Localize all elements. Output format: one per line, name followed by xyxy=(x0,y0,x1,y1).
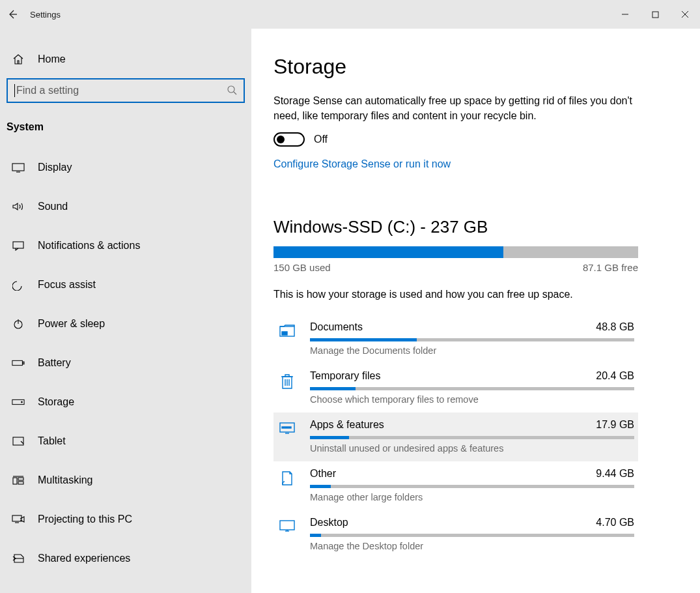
svg-rect-0 xyxy=(652,12,658,18)
sidebar-item-label: Sound xyxy=(38,201,68,212)
category-item[interactable]: Temporary files20.4 GBChoose which tempo… xyxy=(273,364,638,412)
sidebar-section-header: System xyxy=(0,109,251,141)
back-icon[interactable] xyxy=(7,8,18,20)
category-name: Desktop xyxy=(310,517,348,528)
window-controls xyxy=(610,0,700,29)
display-icon xyxy=(12,162,25,173)
drive-usage-bar xyxy=(273,246,638,258)
sidebar-item-power-sleep[interactable]: Power & sleep xyxy=(0,309,251,339)
svg-rect-2 xyxy=(12,164,24,171)
notifications-icon xyxy=(12,240,25,251)
tablet-icon xyxy=(12,436,25,446)
sidebar-item-notifications[interactable]: Notifications & actions xyxy=(0,231,251,261)
titlebar: Settings xyxy=(0,0,700,29)
sidebar-item-display[interactable]: Display xyxy=(0,152,251,182)
category-item[interactable]: Apps & features17.9 GBUninstall unused o… xyxy=(273,412,638,461)
svg-rect-5 xyxy=(12,360,22,365)
sidebar: Home System Display xyxy=(0,29,251,593)
category-bar-fill xyxy=(310,534,321,537)
sidebar-item-battery[interactable]: Battery xyxy=(0,348,251,378)
sidebar-item-storage[interactable]: Storage xyxy=(0,387,251,417)
category-bar-fill xyxy=(310,436,349,439)
multitasking-icon xyxy=(12,475,25,485)
category-bar xyxy=(310,387,634,390)
drive-used-label: 150 GB used xyxy=(273,262,331,273)
sidebar-home-label: Home xyxy=(38,53,66,65)
svg-rect-9 xyxy=(13,437,23,445)
category-bar-fill xyxy=(310,485,331,488)
category-subtext: Choose which temporary files to remove xyxy=(310,394,634,405)
category-name: Apps & features xyxy=(310,419,384,431)
sidebar-item-label: Power & sleep xyxy=(38,318,105,330)
category-bar xyxy=(310,534,634,537)
svg-rect-3 xyxy=(13,242,23,248)
window-title: Settings xyxy=(30,10,61,20)
svg-rect-18 xyxy=(285,427,288,428)
svg-point-1 xyxy=(228,86,234,93)
category-icon xyxy=(277,517,297,534)
category-subtext: Manage the Documents folder xyxy=(310,345,634,356)
storage-sense-toggle[interactable] xyxy=(273,132,305,147)
sidebar-item-label: Tablet xyxy=(38,435,66,447)
search-input[interactable] xyxy=(16,85,227,96)
power-icon xyxy=(12,318,25,330)
category-size: 20.4 GB xyxy=(596,370,634,382)
category-size: 17.9 GB xyxy=(596,419,634,431)
category-item[interactable]: Documents48.8 GBManage the Documents fol… xyxy=(273,315,638,364)
category-bar-fill xyxy=(310,338,417,341)
sound-icon xyxy=(12,201,25,212)
usage-description: This is how your storage is used and how… xyxy=(273,289,674,300)
svg-rect-20 xyxy=(280,521,294,530)
sidebar-item-multitasking[interactable]: Multitasking xyxy=(0,465,251,495)
category-size: 48.8 GB xyxy=(596,321,634,333)
search-icon xyxy=(227,85,237,97)
category-size: 4.70 GB xyxy=(596,517,634,528)
close-button[interactable] xyxy=(670,0,700,29)
category-bar-fill xyxy=(310,387,356,390)
shared-experiences-icon xyxy=(12,553,25,564)
storage-sense-toggle-label: Off xyxy=(314,134,328,145)
category-icon xyxy=(277,321,297,338)
sidebar-item-sound[interactable]: Sound xyxy=(0,192,251,222)
category-subtext: Manage the Desktop folder xyxy=(310,541,634,551)
sidebar-item-label: Focus assist xyxy=(38,279,96,291)
category-size: 9.44 GB xyxy=(596,468,634,480)
configure-storage-sense-link[interactable]: Configure Storage Sense or run it now xyxy=(273,158,674,170)
sidebar-item-label: Notifications & actions xyxy=(38,240,140,252)
sidebar-item-label: Multitasking xyxy=(38,474,92,486)
sidebar-nav-list: Display Sound Notifications & actions xyxy=(0,141,251,573)
category-icon xyxy=(277,419,297,435)
category-item[interactable]: Desktop4.70 GBManage the Desktop folder xyxy=(273,510,638,559)
maximize-button[interactable] xyxy=(640,0,670,29)
storage-sense-description: Storage Sense can automatically free up … xyxy=(273,93,638,123)
main-content: Storage Storage Sense can automatically … xyxy=(251,29,700,593)
svg-rect-12 xyxy=(18,482,23,484)
svg-point-8 xyxy=(21,401,23,403)
sidebar-home[interactable]: Home xyxy=(0,46,251,73)
svg-rect-19 xyxy=(288,427,291,428)
svg-rect-10 xyxy=(13,478,17,484)
drive-free-label: 87.1 GB free xyxy=(583,262,638,273)
category-bar xyxy=(310,338,634,341)
sidebar-item-focus-assist[interactable]: Focus assist xyxy=(0,270,251,300)
projecting-icon xyxy=(12,514,25,525)
category-item[interactable]: Other9.44 GBManage other large folders xyxy=(273,461,638,510)
sidebar-item-label: Projecting to this PC xyxy=(38,513,132,525)
sidebar-item-tablet[interactable]: Tablet xyxy=(0,426,251,456)
drive-usage-bar-fill xyxy=(273,246,503,258)
home-icon xyxy=(12,53,25,65)
svg-rect-6 xyxy=(23,362,24,364)
category-subtext: Uninstall unused or undesired apps & fea… xyxy=(310,443,634,454)
search-input-container[interactable] xyxy=(7,78,245,103)
svg-rect-17 xyxy=(282,427,285,428)
drive-heading: Windows-SSD (C:) - 237 GB xyxy=(273,217,674,237)
category-name: Temporary files xyxy=(310,370,380,382)
minimize-button[interactable] xyxy=(610,0,640,29)
svg-rect-15 xyxy=(282,332,287,335)
toggle-knob xyxy=(277,136,285,143)
category-list: Documents48.8 GBManage the Documents fol… xyxy=(273,315,638,559)
sidebar-item-shared-experiences[interactable]: Shared experiences xyxy=(0,543,251,573)
category-subtext: Manage other large folders xyxy=(310,492,634,502)
storage-icon xyxy=(12,398,25,406)
sidebar-item-projecting[interactable]: Projecting to this PC xyxy=(0,504,251,534)
